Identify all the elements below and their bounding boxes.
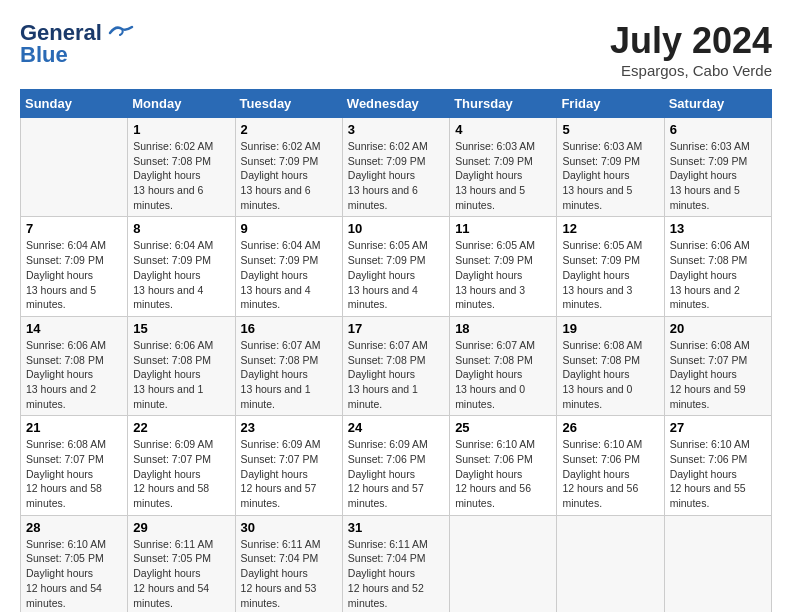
calendar-week-row: 14Sunrise: 6:06 AMSunset: 7:08 PMDayligh… [21,316,772,415]
day-number: 8 [133,221,229,236]
day-info: Sunrise: 6:05 AMSunset: 7:09 PMDaylight … [348,238,444,311]
day-number: 1 [133,122,229,137]
calendar-cell: 17Sunrise: 6:07 AMSunset: 7:08 PMDayligh… [342,316,449,415]
day-info: Sunrise: 6:08 AMSunset: 7:07 PMDaylight … [26,437,122,510]
header-friday: Friday [557,90,664,118]
day-number: 15 [133,321,229,336]
calendar-cell: 19Sunrise: 6:08 AMSunset: 7:08 PMDayligh… [557,316,664,415]
location-subtitle: Espargos, Cabo Verde [610,62,772,79]
calendar-cell: 23Sunrise: 6:09 AMSunset: 7:07 PMDayligh… [235,416,342,515]
calendar-cell [557,515,664,612]
calendar-week-row: 1Sunrise: 6:02 AMSunset: 7:08 PMDaylight… [21,118,772,217]
calendar-cell [450,515,557,612]
calendar-cell [21,118,128,217]
calendar-cell: 20Sunrise: 6:08 AMSunset: 7:07 PMDayligh… [664,316,771,415]
calendar-table: SundayMondayTuesdayWednesdayThursdayFrid… [20,89,772,612]
calendar-cell: 10Sunrise: 6:05 AMSunset: 7:09 PMDayligh… [342,217,449,316]
day-number: 2 [241,122,337,137]
day-number: 17 [348,321,444,336]
calendar-cell: 12Sunrise: 6:05 AMSunset: 7:09 PMDayligh… [557,217,664,316]
day-number: 19 [562,321,658,336]
calendar-cell: 26Sunrise: 6:10 AMSunset: 7:06 PMDayligh… [557,416,664,515]
calendar-cell: 15Sunrise: 6:06 AMSunset: 7:08 PMDayligh… [128,316,235,415]
calendar-cell: 9Sunrise: 6:04 AMSunset: 7:09 PMDaylight… [235,217,342,316]
calendar-cell: 14Sunrise: 6:06 AMSunset: 7:08 PMDayligh… [21,316,128,415]
day-info: Sunrise: 6:05 AMSunset: 7:09 PMDaylight … [562,238,658,311]
day-info: Sunrise: 6:04 AMSunset: 7:09 PMDaylight … [133,238,229,311]
calendar-cell: 11Sunrise: 6:05 AMSunset: 7:09 PMDayligh… [450,217,557,316]
day-number: 31 [348,520,444,535]
day-number: 22 [133,420,229,435]
day-number: 28 [26,520,122,535]
day-info: Sunrise: 6:11 AMSunset: 7:05 PMDaylight … [133,537,229,610]
day-info: Sunrise: 6:04 AMSunset: 7:09 PMDaylight … [241,238,337,311]
day-number: 13 [670,221,766,236]
month-year-title: July 2024 [610,20,772,62]
calendar-cell: 30Sunrise: 6:11 AMSunset: 7:04 PMDayligh… [235,515,342,612]
day-number: 30 [241,520,337,535]
day-info: Sunrise: 6:10 AMSunset: 7:06 PMDaylight … [455,437,551,510]
calendar-cell: 7Sunrise: 6:04 AMSunset: 7:09 PMDaylight… [21,217,128,316]
logo-blue-text: Blue [20,42,68,68]
calendar-cell: 2Sunrise: 6:02 AMSunset: 7:09 PMDaylight… [235,118,342,217]
header-wednesday: Wednesday [342,90,449,118]
day-number: 3 [348,122,444,137]
day-number: 23 [241,420,337,435]
day-number: 20 [670,321,766,336]
day-info: Sunrise: 6:07 AMSunset: 7:08 PMDaylight … [348,338,444,411]
day-info: Sunrise: 6:03 AMSunset: 7:09 PMDaylight … [455,139,551,212]
day-number: 6 [670,122,766,137]
day-number: 7 [26,221,122,236]
day-info: Sunrise: 6:10 AMSunset: 7:06 PMDaylight … [562,437,658,510]
day-info: Sunrise: 6:11 AMSunset: 7:04 PMDaylight … [241,537,337,610]
calendar-cell: 16Sunrise: 6:07 AMSunset: 7:08 PMDayligh… [235,316,342,415]
calendar-cell: 24Sunrise: 6:09 AMSunset: 7:06 PMDayligh… [342,416,449,515]
calendar-cell: 28Sunrise: 6:10 AMSunset: 7:05 PMDayligh… [21,515,128,612]
day-info: Sunrise: 6:06 AMSunset: 7:08 PMDaylight … [133,338,229,411]
day-info: Sunrise: 6:07 AMSunset: 7:08 PMDaylight … [241,338,337,411]
day-number: 25 [455,420,551,435]
day-info: Sunrise: 6:09 AMSunset: 7:07 PMDaylight … [133,437,229,510]
day-info: Sunrise: 6:06 AMSunset: 7:08 PMDaylight … [670,238,766,311]
calendar-header-row: SundayMondayTuesdayWednesdayThursdayFrid… [21,90,772,118]
calendar-cell: 5Sunrise: 6:03 AMSunset: 7:09 PMDaylight… [557,118,664,217]
header-sunday: Sunday [21,90,128,118]
calendar-cell: 6Sunrise: 6:03 AMSunset: 7:09 PMDaylight… [664,118,771,217]
day-number: 27 [670,420,766,435]
logo-bird-icon [106,23,134,43]
day-number: 10 [348,221,444,236]
calendar-cell: 1Sunrise: 6:02 AMSunset: 7:08 PMDaylight… [128,118,235,217]
header-saturday: Saturday [664,90,771,118]
calendar-cell: 3Sunrise: 6:02 AMSunset: 7:09 PMDaylight… [342,118,449,217]
day-info: Sunrise: 6:04 AMSunset: 7:09 PMDaylight … [26,238,122,311]
header-monday: Monday [128,90,235,118]
day-number: 26 [562,420,658,435]
day-number: 4 [455,122,551,137]
header-tuesday: Tuesday [235,90,342,118]
calendar-cell: 8Sunrise: 6:04 AMSunset: 7:09 PMDaylight… [128,217,235,316]
day-info: Sunrise: 6:06 AMSunset: 7:08 PMDaylight … [26,338,122,411]
calendar-week-row: 21Sunrise: 6:08 AMSunset: 7:07 PMDayligh… [21,416,772,515]
calendar-cell: 18Sunrise: 6:07 AMSunset: 7:08 PMDayligh… [450,316,557,415]
day-number: 29 [133,520,229,535]
calendar-week-row: 28Sunrise: 6:10 AMSunset: 7:05 PMDayligh… [21,515,772,612]
day-info: Sunrise: 6:05 AMSunset: 7:09 PMDaylight … [455,238,551,311]
day-info: Sunrise: 6:10 AMSunset: 7:05 PMDaylight … [26,537,122,610]
day-info: Sunrise: 6:08 AMSunset: 7:08 PMDaylight … [562,338,658,411]
day-number: 16 [241,321,337,336]
day-info: Sunrise: 6:07 AMSunset: 7:08 PMDaylight … [455,338,551,411]
day-info: Sunrise: 6:02 AMSunset: 7:08 PMDaylight … [133,139,229,212]
header-thursday: Thursday [450,90,557,118]
day-number: 5 [562,122,658,137]
day-info: Sunrise: 6:03 AMSunset: 7:09 PMDaylight … [670,139,766,212]
calendar-cell: 13Sunrise: 6:06 AMSunset: 7:08 PMDayligh… [664,217,771,316]
calendar-cell: 21Sunrise: 6:08 AMSunset: 7:07 PMDayligh… [21,416,128,515]
day-number: 24 [348,420,444,435]
day-info: Sunrise: 6:10 AMSunset: 7:06 PMDaylight … [670,437,766,510]
logo: General Blue [20,20,134,68]
title-block: July 2024 Espargos, Cabo Verde [610,20,772,79]
day-info: Sunrise: 6:08 AMSunset: 7:07 PMDaylight … [670,338,766,411]
calendar-cell: 25Sunrise: 6:10 AMSunset: 7:06 PMDayligh… [450,416,557,515]
day-info: Sunrise: 6:11 AMSunset: 7:04 PMDaylight … [348,537,444,610]
day-info: Sunrise: 6:03 AMSunset: 7:09 PMDaylight … [562,139,658,212]
